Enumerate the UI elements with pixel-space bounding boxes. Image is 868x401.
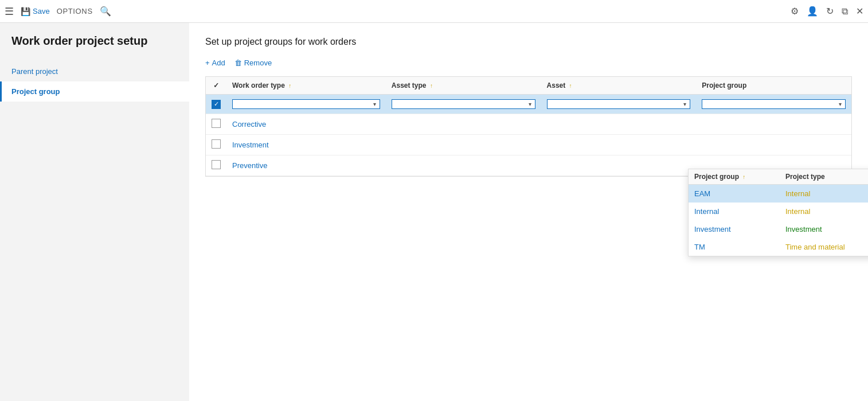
col-project-group: Project group xyxy=(696,77,851,95)
sort-arrow-popup: ↑ xyxy=(742,174,745,180)
popup-item-investment[interactable]: Investment Investment xyxy=(689,220,868,238)
asset-cell[interactable]: ▾ xyxy=(541,95,697,114)
row-checkbox[interactable]: ✓ xyxy=(206,95,226,114)
add-button[interactable]: + Add xyxy=(205,59,225,67)
trash-icon: 🗑 xyxy=(234,59,242,67)
asset-cell xyxy=(541,114,697,135)
popup-item-tm[interactable]: TM Time and material xyxy=(689,238,868,256)
popup-group-value: Internal xyxy=(694,207,785,216)
col-work-order-type[interactable]: Work order type ↑ xyxy=(226,77,386,95)
asset-type-cell xyxy=(386,155,541,176)
save-label: Save xyxy=(33,7,50,15)
checkbox-unchecked xyxy=(212,139,221,149)
row-checkbox[interactable] xyxy=(206,155,226,176)
popup-type-value: Investment xyxy=(785,225,868,233)
popup-type-value: Internal xyxy=(785,189,868,198)
project-group-cell xyxy=(696,114,851,135)
restore-icon[interactable]: ⧉ xyxy=(842,6,848,17)
asset-dropdown[interactable]: ▾ xyxy=(547,99,691,109)
popup-group-value: EAM xyxy=(694,189,785,198)
popup-col2-header: Project type xyxy=(785,173,868,181)
page-title: Work order project setup xyxy=(0,34,189,61)
asset-cell xyxy=(541,135,697,155)
remove-label: Remove xyxy=(244,59,272,67)
remove-button[interactable]: 🗑 Remove xyxy=(234,59,272,67)
titlebar-right: ⚙ 👤 ↻ ⧉ ✕ xyxy=(791,6,863,17)
row-checkbox[interactable] xyxy=(206,135,226,155)
popup-group-value: Investment xyxy=(694,225,785,233)
col-asset-type[interactable]: Asset type ↑ xyxy=(386,77,541,95)
popup-item-internal[interactable]: Internal Internal xyxy=(689,203,868,220)
add-label: Add xyxy=(212,59,225,67)
project-group-dropdown[interactable]: ▾ xyxy=(702,99,846,109)
row-checkbox[interactable] xyxy=(206,114,226,135)
sort-arrow-asset: ↑ xyxy=(569,83,572,89)
sort-arrow-work-order-type: ↑ xyxy=(288,83,291,89)
work-order-type-cell[interactable]: ▾ xyxy=(226,95,386,114)
toolbar: + Add 🗑 Remove xyxy=(205,59,852,67)
sidebar-item-label: Project group xyxy=(11,87,60,96)
popup-type-value: Time and material xyxy=(785,243,868,251)
main-layout: Work order project setup Parent project … xyxy=(0,23,868,401)
table-header-row: ✓ Work order type ↑ Asset type ↑ Asset ↑ xyxy=(206,77,851,95)
project-group-cell[interactable]: ▾ xyxy=(696,95,851,114)
sidebar-item-label: Parent project xyxy=(11,67,58,76)
asset-type-dropdown[interactable]: ▾ xyxy=(392,99,535,109)
section-title: Set up project groups for work orders xyxy=(205,37,852,47)
checkbox-unchecked xyxy=(212,119,221,128)
project-group-dropdown-popup: Project group ↑ Project type EAM Interna… xyxy=(688,169,868,256)
search-icon[interactable]: 🔍 xyxy=(100,6,111,17)
menu-icon[interactable]: ☰ xyxy=(5,5,14,18)
sidebar: Work order project setup Parent project … xyxy=(0,23,189,401)
col-check: ✓ xyxy=(206,77,226,95)
user-icon[interactable]: 👤 xyxy=(807,6,818,17)
sort-arrow-asset-type: ↑ xyxy=(430,83,433,89)
sidebar-item-parent-project[interactable]: Parent project xyxy=(0,61,189,81)
close-icon[interactable]: ✕ xyxy=(856,6,863,17)
table-row[interactable]: Corrective xyxy=(206,114,851,135)
refresh-icon[interactable]: ↻ xyxy=(826,6,834,17)
popup-group-value: TM xyxy=(694,243,785,251)
titlebar: ☰ 💾 Save OPTIONS 🔍 ⚙ 👤 ↻ ⧉ ✕ xyxy=(0,0,868,23)
save-button[interactable]: 💾 Save xyxy=(21,7,50,16)
work-order-type-dropdown[interactable]: ▾ xyxy=(232,99,380,109)
project-group-cell xyxy=(696,135,851,155)
checkbox-unchecked xyxy=(212,160,221,169)
table-row[interactable]: Investment xyxy=(206,135,851,155)
table-row[interactable]: ✓ ▾ ▾ xyxy=(206,95,851,114)
popup-type-value: Internal xyxy=(785,207,868,216)
options-button[interactable]: OPTIONS xyxy=(57,7,93,15)
sidebar-item-project-group[interactable]: Project group xyxy=(0,81,189,102)
add-icon: + xyxy=(205,59,210,67)
asset-cell xyxy=(541,155,697,176)
asset-type-cell[interactable]: ▾ xyxy=(386,95,541,114)
work-order-type-cell[interactable]: Investment xyxy=(226,135,386,155)
popup-col1-header: Project group ↑ xyxy=(694,173,785,181)
popup-item-eam[interactable]: EAM Internal xyxy=(689,185,868,203)
project-group-table: ✓ Work order type ↑ Asset type ↑ Asset ↑ xyxy=(205,76,852,177)
save-icon: 💾 xyxy=(21,7,30,16)
checkbox-checked: ✓ xyxy=(212,100,221,109)
asset-type-cell xyxy=(386,135,541,155)
work-order-type-cell[interactable]: Preventive xyxy=(226,155,386,176)
chevron-down-icon: ▾ xyxy=(839,101,842,107)
col-asset[interactable]: Asset ↑ xyxy=(541,77,697,95)
popup-header: Project group ↑ Project type xyxy=(689,169,868,185)
chevron-down-icon: ▾ xyxy=(529,101,531,107)
chevron-down-icon: ▾ xyxy=(373,101,376,107)
asset-type-cell xyxy=(386,114,541,135)
settings-icon[interactable]: ⚙ xyxy=(791,6,799,17)
chevron-down-icon: ▾ xyxy=(683,101,686,107)
work-order-type-cell[interactable]: Corrective xyxy=(226,114,386,135)
titlebar-left: ☰ 💾 Save OPTIONS 🔍 xyxy=(5,5,791,18)
content-area: Set up project groups for work orders + … xyxy=(189,23,868,401)
